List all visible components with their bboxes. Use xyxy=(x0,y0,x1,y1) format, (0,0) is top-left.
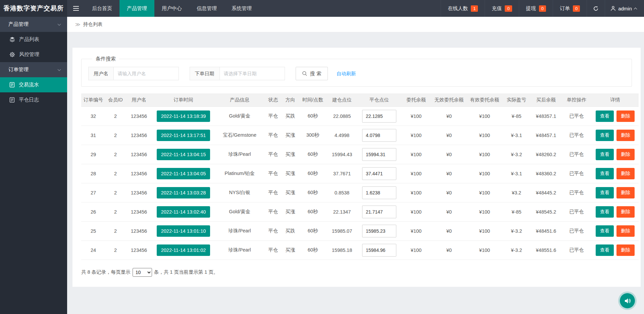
view-button[interactable]: 查看 xyxy=(596,206,614,218)
view-button[interactable]: 查看 xyxy=(596,168,614,179)
close-point-input[interactable] xyxy=(362,110,396,123)
valid-entrust-cell: ¥100 xyxy=(467,145,502,164)
product-cell: Gold/黄金 xyxy=(214,106,265,126)
duration-cell: 60秒 xyxy=(299,202,327,221)
page-size-select[interactable]: 10 xyxy=(133,268,152,277)
stat-orders[interactable]: 订单 0 xyxy=(553,0,587,17)
nav-item-system[interactable]: 系统管理 xyxy=(224,0,259,17)
order-id-cell: 24 xyxy=(81,240,105,260)
delete-button[interactable]: 删除 xyxy=(616,187,635,198)
view-button[interactable]: 查看 xyxy=(596,225,614,237)
user-menu[interactable]: admin xyxy=(605,0,644,17)
audio-notification-button[interactable] xyxy=(620,293,635,308)
view-button[interactable]: 查看 xyxy=(596,244,614,256)
column-header: 建仓点位 xyxy=(327,93,357,106)
column-header: 会员ID xyxy=(105,93,126,106)
column-header: 单控操作 xyxy=(561,93,592,106)
sidebar-item-product-list[interactable]: 产品列表 xyxy=(0,32,67,47)
column-header: 产品信息 xyxy=(214,93,265,106)
username-cell: 123456 xyxy=(126,221,152,240)
username-cell: 123456 xyxy=(126,126,152,145)
column-header: 时间/点数 xyxy=(299,93,327,106)
close-point-input[interactable] xyxy=(362,167,396,180)
search-panel-legend: 条件搜索 xyxy=(92,56,119,62)
nav-item-info[interactable]: 信息管理 xyxy=(189,0,224,17)
username-input[interactable] xyxy=(113,67,179,80)
close-point-input[interactable] xyxy=(362,186,396,199)
invalid-entrust-cell: ¥0 xyxy=(431,145,467,164)
member-id-cell: 2 xyxy=(105,145,126,164)
detail-cell: 查看删除 xyxy=(592,221,639,240)
position-row: 2721234562022-11-14 13:03:28NYS/白银平仓买涨60… xyxy=(81,183,639,202)
close-point-input[interactable] xyxy=(362,148,396,161)
nav-item-products[interactable]: 产品管理 xyxy=(119,0,154,17)
search-button[interactable]: 搜 索 xyxy=(296,67,328,80)
direction-cell: 买涨 xyxy=(282,164,299,183)
view-button[interactable]: 查看 xyxy=(596,110,614,122)
entrust-balance-cell: ¥100 xyxy=(401,106,431,126)
view-button[interactable]: 查看 xyxy=(596,187,614,198)
order-id-cell: 28 xyxy=(81,164,105,183)
invalid-entrust-cell: ¥0 xyxy=(431,126,467,145)
close-point-input[interactable] xyxy=(362,225,396,237)
open-point-cell: 0.8538 xyxy=(327,183,357,202)
view-button[interactable]: 查看 xyxy=(596,130,614,141)
order-date-input[interactable] xyxy=(219,67,285,80)
order-id-cell: 26 xyxy=(81,202,105,221)
sidebar-item-label: 平仓日志 xyxy=(19,97,39,103)
table-header-row: 订单编号会员ID用户名订单时间产品信息状态方向时间/点数建仓点位平仓点位委托余额… xyxy=(81,93,639,106)
view-button[interactable]: 查看 xyxy=(596,149,614,160)
member-id-cell: 2 xyxy=(105,106,126,126)
close-point-input[interactable] xyxy=(362,244,396,257)
open-point-cell: 15985.18 xyxy=(327,240,357,260)
sidebar-item-risk-control[interactable]: 风控管理 xyxy=(0,47,67,62)
auto-refresh-link[interactable]: 自动刷新 xyxy=(337,71,356,77)
profit-cell: ¥-3.1 xyxy=(502,126,531,145)
delete-button[interactable]: 删除 xyxy=(616,168,635,179)
nav-item-dashboard[interactable]: 后台首页 xyxy=(85,0,119,17)
close-point-cell xyxy=(357,126,401,145)
close-point-input[interactable] xyxy=(362,206,396,218)
menu-toggle-icon[interactable] xyxy=(67,0,85,17)
order-id-cell: 29 xyxy=(81,145,105,164)
stat-recharge[interactable]: 充值 0 xyxy=(485,0,518,17)
delete-button[interactable]: 删除 xyxy=(616,149,635,160)
invalid-entrust-cell: ¥0 xyxy=(431,106,467,126)
stat-withdraw[interactable]: 提现 0 xyxy=(519,0,553,17)
delete-button[interactable]: 删除 xyxy=(616,110,635,122)
breadcrumb: ≫ 持仓列表 xyxy=(67,17,644,32)
valid-entrust-cell: ¥100 xyxy=(467,221,502,240)
sidebar-group-products[interactable]: 产品管理 xyxy=(0,17,67,32)
column-header: 平仓点位 xyxy=(357,93,401,106)
stat-online-users[interactable]: 在线人数 1 xyxy=(441,0,485,17)
entrust-balance-cell: ¥100 xyxy=(401,164,431,183)
delete-button[interactable]: 删除 xyxy=(616,206,635,218)
sidebar-group-orders[interactable]: 订单管理 xyxy=(0,62,67,77)
sidebar-item-close-log[interactable]: 平仓日志 xyxy=(0,92,67,107)
delete-button[interactable]: 删除 xyxy=(616,244,635,256)
direction-cell: 买跌 xyxy=(282,106,299,126)
chevron-down-icon xyxy=(58,22,61,26)
sidebar-item-trade-flow[interactable]: 交易流水 xyxy=(0,77,67,92)
member-id-cell: 2 xyxy=(105,240,126,260)
user-name: admin xyxy=(618,6,632,11)
after-balance-cell: ¥48457.1 xyxy=(531,126,561,145)
status-cell: 平仓 xyxy=(265,126,282,145)
positions-card: 条件搜索 用户名 下单日期 搜 索 xyxy=(72,48,641,287)
control-status-cell: 已平仓 xyxy=(561,106,592,126)
stat-badge: 1 xyxy=(471,5,478,12)
duration-cell: 60秒 xyxy=(299,164,327,183)
refresh-icon[interactable] xyxy=(587,0,605,17)
position-row: 3121234562022-11-14 13:17:51宝石/Gemstone平… xyxy=(81,126,639,145)
close-point-input[interactable] xyxy=(362,129,396,142)
order-time-badge: 2022-11-14 13:01:02 xyxy=(157,244,210,256)
duration-cell: 60秒 xyxy=(299,240,327,260)
delete-button[interactable]: 删除 xyxy=(616,130,635,141)
status-cell: 平仓 xyxy=(265,202,282,221)
invalid-entrust-cell: ¥0 xyxy=(431,164,467,183)
valid-entrust-cell: ¥100 xyxy=(467,164,502,183)
nav-item-users[interactable]: 用户中心 xyxy=(154,0,189,17)
delete-button[interactable]: 删除 xyxy=(616,225,635,237)
order-id-cell: 27 xyxy=(81,183,105,202)
direction-cell: 买涨 xyxy=(282,202,299,221)
